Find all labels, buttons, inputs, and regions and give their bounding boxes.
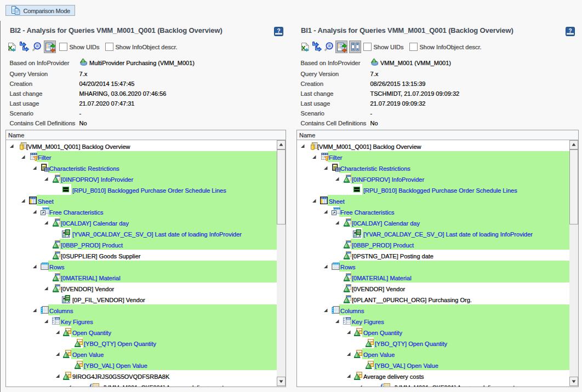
svg-text:?: ? [568,28,572,34]
svg-text:f: f [380,383,383,387]
svg-text:f: f [89,383,92,387]
svg-text:?: ? [277,28,280,34]
